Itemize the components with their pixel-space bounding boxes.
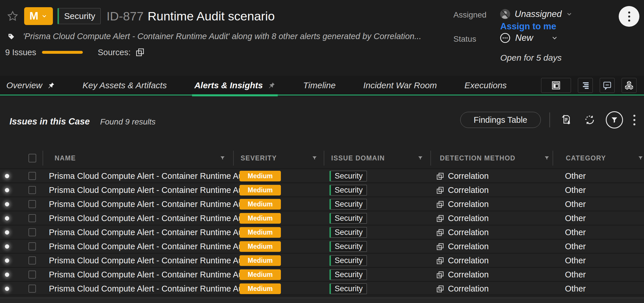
refresh-icon bbox=[584, 114, 596, 126]
severity-badge: Medium bbox=[239, 283, 281, 294]
pushpin-icon bbox=[47, 82, 55, 89]
category-label: Other bbox=[565, 239, 586, 254]
row-name: Prisma Cloud Compute Alert - Container R… bbox=[49, 282, 252, 296]
unread-dot-icon bbox=[5, 258, 9, 263]
column-header-name[interactable]: NAME bbox=[55, 148, 76, 168]
detection-method-cell: Correlation bbox=[436, 282, 489, 296]
tab-bar: Overview Key Assets & Artifacts Alerts &… bbox=[0, 76, 644, 95]
table-row[interactable]: Prisma Cloud Compute Alert - Container R… bbox=[0, 211, 644, 225]
correlation-icon bbox=[436, 228, 444, 237]
correlation-icon bbox=[436, 271, 444, 279]
table-row[interactable]: Prisma Cloud Compute Alert - Container R… bbox=[0, 183, 644, 197]
tabbar-actions bbox=[541, 78, 644, 93]
detection-method-cell: Correlation bbox=[436, 183, 489, 197]
status-circle-dots-icon bbox=[500, 32, 511, 43]
filter-funnel-icon bbox=[611, 116, 618, 124]
status-dropdown[interactable]: New bbox=[500, 32, 558, 43]
assignee-dropdown[interactable]: Unassigned bbox=[500, 9, 573, 20]
filter-funnel-icon[interactable] bbox=[637, 155, 644, 162]
table-row[interactable]: Prisma Cloud Compute Alert - Container R… bbox=[0, 168, 644, 183]
row-checkbox[interactable] bbox=[28, 228, 36, 236]
horizontal-scrollbar-track[interactable] bbox=[0, 298, 644, 303]
case-actions-menu-button[interactable] bbox=[619, 6, 639, 27]
tab-timeline[interactable]: Timeline bbox=[303, 76, 336, 95]
unread-dot-icon bbox=[5, 230, 9, 235]
title-row: M Security ID-877 Runtime Audit scenario bbox=[6, 7, 275, 25]
cubes-button[interactable] bbox=[622, 78, 637, 93]
issue-domain-tag: Security bbox=[329, 171, 367, 181]
chevron-down-icon bbox=[551, 34, 558, 42]
category-label: Other bbox=[565, 197, 586, 211]
row-checkbox[interactable] bbox=[28, 256, 36, 264]
align-lines-button[interactable] bbox=[578, 78, 593, 93]
export-button[interactable] bbox=[559, 112, 574, 127]
section-title: Issues in this Case bbox=[9, 116, 90, 127]
row-checkbox[interactable] bbox=[28, 285, 36, 293]
tab-key-assets-artifacts[interactable]: Key Assets & Artifacts bbox=[83, 76, 167, 95]
column-header-issue-domain[interactable]: ISSUE DOMAIN bbox=[331, 148, 385, 168]
row-checkbox[interactable] bbox=[28, 186, 36, 194]
correlation-icon bbox=[436, 186, 444, 195]
tab-label: Executions bbox=[465, 80, 507, 90]
table-body: Prisma Cloud Compute Alert - Container R… bbox=[0, 168, 644, 295]
filter-funnel-icon[interactable] bbox=[543, 155, 550, 162]
table-row[interactable]: Prisma Cloud Compute Alert - Container R… bbox=[0, 225, 644, 239]
findings-table-button[interactable]: Findings Table bbox=[460, 112, 541, 128]
filter-button[interactable] bbox=[606, 111, 623, 129]
table-row[interactable]: Prisma Cloud Compute Alert - Container R… bbox=[0, 281, 644, 295]
table-row[interactable]: Prisma Cloud Compute Alert - Container R… bbox=[0, 267, 644, 281]
section-head: Issues in this Case Found 9 results bbox=[9, 116, 156, 127]
chevron-down-icon bbox=[41, 13, 47, 19]
issue-domain-tag: Security bbox=[329, 199, 367, 210]
description-row: 'Prisma Cloud Compute Alert - Container … bbox=[7, 32, 421, 41]
column-separator bbox=[553, 151, 553, 166]
comment-button[interactable] bbox=[600, 78, 615, 93]
toolbar-divider bbox=[549, 112, 550, 127]
layout-panel-button[interactable] bbox=[541, 78, 571, 93]
filter-funnel-icon[interactable] bbox=[417, 155, 424, 162]
detection-method-label: Correlation bbox=[448, 242, 489, 251]
category-label: Other bbox=[565, 183, 586, 197]
correlation-icon bbox=[436, 172, 444, 181]
category-label: Other bbox=[565, 169, 586, 183]
refresh-button[interactable] bbox=[582, 112, 597, 127]
row-checkbox[interactable] bbox=[28, 172, 36, 180]
column-header-detection-method[interactable]: DETECTION METHOD bbox=[440, 148, 515, 168]
case-page: M Security ID-877 Runtime Audit scenario… bbox=[0, 0, 644, 303]
assign-to-me-link[interactable]: Assign to me bbox=[500, 21, 556, 32]
select-all-checkbox[interactable] bbox=[28, 154, 36, 162]
detection-method-label: Correlation bbox=[448, 284, 489, 294]
row-checkbox[interactable] bbox=[28, 271, 36, 279]
star-button[interactable] bbox=[6, 10, 19, 22]
filter-funnel-icon[interactable] bbox=[311, 155, 318, 162]
row-checkbox[interactable] bbox=[28, 200, 36, 208]
table-row[interactable]: Prisma Cloud Compute Alert - Container R… bbox=[0, 239, 644, 253]
issues-meta-row: 9 Issues Sources: bbox=[5, 47, 145, 58]
row-checkbox[interactable] bbox=[28, 242, 36, 250]
status-value: New bbox=[515, 33, 533, 43]
filter-funnel-icon[interactable] bbox=[219, 155, 226, 162]
case-type-tag: Security bbox=[57, 8, 101, 24]
row-name: Prisma Cloud Compute Alert - Container R… bbox=[49, 169, 252, 183]
correlation-icon bbox=[436, 256, 444, 265]
table-row[interactable]: Prisma Cloud Compute Alert - Container R… bbox=[0, 253, 644, 267]
case-type-label: Security bbox=[64, 11, 95, 21]
detection-method-label: Correlation bbox=[448, 270, 489, 279]
tab-executions[interactable]: Executions bbox=[465, 76, 507, 95]
table-toolbar: Findings Table bbox=[460, 111, 637, 129]
column-header-category[interactable]: CATEGORY bbox=[566, 148, 606, 168]
table-row[interactable]: Prisma Cloud Compute Alert - Container R… bbox=[0, 197, 644, 211]
tab-incident-war-room[interactable]: Incident War Room bbox=[363, 76, 437, 95]
tab-alerts-insights[interactable]: Alerts & Insights bbox=[194, 76, 275, 95]
unread-dot-icon bbox=[5, 216, 9, 220]
detection-method-label: Correlation bbox=[448, 214, 489, 223]
column-header-severity[interactable]: SEVERITY bbox=[241, 148, 277, 168]
tab-overview[interactable]: Overview bbox=[6, 76, 55, 95]
row-checkbox[interactable] bbox=[28, 214, 36, 222]
priority-dropdown[interactable]: M bbox=[24, 7, 53, 25]
table-menu-button[interactable] bbox=[632, 113, 637, 127]
tab-label: Timeline bbox=[303, 80, 336, 90]
column-separator bbox=[43, 151, 43, 166]
kebab-menu-icon bbox=[628, 11, 630, 22]
copy-icon[interactable] bbox=[135, 47, 145, 57]
